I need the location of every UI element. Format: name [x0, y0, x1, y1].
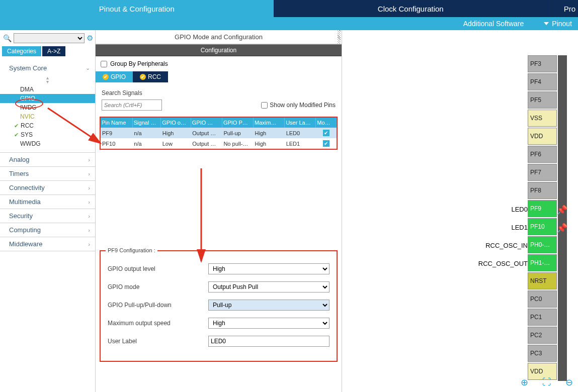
signals-table: Pin Name Signal … GPIO o… GPIO … GPIO P……	[100, 117, 338, 150]
pin-left-label	[462, 272, 528, 290]
subbar: Additional Software Pinout	[0, 17, 578, 30]
group-connectivity[interactable]: Connectivity›	[0, 181, 95, 194]
col-pinname[interactable]: Pin Name	[101, 118, 132, 128]
pin-left-label: LED0	[462, 200, 528, 218]
ptab-gpio[interactable]: ✔GPIO	[96, 71, 133, 82]
sidebar: 🔍 ⚙ Categories A->Z System Core ⌄ ▴▾ DMA…	[0, 30, 96, 392]
pin-pf9[interactable]: PF9📌	[528, 200, 557, 217]
tree-item-dma[interactable]: DMA	[0, 85, 95, 94]
pin-pf3[interactable]: PF3	[528, 55, 557, 72]
col-signal[interactable]: Signal …	[132, 118, 160, 128]
pin-ph1[interactable]: PH1-…	[528, 254, 557, 271]
pin-ph0[interactable]: PH0-…	[528, 236, 557, 253]
chevron-right-icon: ›	[88, 199, 90, 205]
search-signals-input[interactable]	[102, 100, 162, 111]
pin-pc3[interactable]: PC3	[528, 345, 557, 362]
zoom-out-icon[interactable]: ⊖	[565, 377, 573, 388]
label-output-level: GPIO output level	[108, 265, 208, 272]
pin-pf8[interactable]: PF8	[528, 182, 557, 199]
select-speed[interactable]: High	[208, 318, 329, 329]
col-gpiomode[interactable]: GPIO …	[191, 118, 222, 128]
check-icon: ✔	[14, 132, 19, 138]
pin-pc0[interactable]: PC0	[528, 290, 557, 308]
group-computing[interactable]: Computing›	[0, 223, 95, 237]
group-security[interactable]: Security›	[0, 209, 95, 223]
pin-vdd[interactable]: VDD	[528, 128, 557, 145]
group-by-checkbox[interactable]	[101, 61, 107, 67]
pin-vss[interactable]: VSS	[528, 110, 557, 127]
pin-pc2[interactable]: PC2	[528, 327, 557, 344]
pin-left-label	[462, 182, 528, 200]
tab-project[interactable]: Pro	[548, 0, 578, 17]
pin-left-label	[462, 55, 528, 73]
pin-left-label: RCC_OSC_OUT	[462, 254, 528, 272]
pin-left-label	[462, 146, 528, 164]
pinout-view[interactable]: LED0LED1RCC_OSC_INRCC_OSC_OUT PF3PF4PF5V…	[342, 30, 578, 392]
pin-left-label	[462, 345, 528, 363]
pinout-label: Pinout	[552, 20, 572, 28]
pin-left-label: RCC_OSC_IN	[462, 236, 528, 254]
pinout-dropdown[interactable]: Pinout	[544, 20, 572, 28]
ptab-rcc[interactable]: ✔RCC	[133, 71, 168, 82]
pin-left-label	[462, 164, 528, 182]
input-user-label[interactable]	[208, 336, 329, 347]
status-dot-icon: ✔	[103, 74, 109, 80]
pin-nrst[interactable]: NRST	[528, 272, 557, 289]
pin-pc1[interactable]: PC1	[528, 309, 557, 326]
select-gpio-mode[interactable]: Output Push Pull	[208, 281, 329, 292]
pushpin-icon: 📌	[556, 205, 567, 216]
configuration-header: Configuration	[96, 44, 342, 56]
group-system-core[interactable]: System Core ⌄	[0, 61, 95, 75]
pf9-legend: PF9 Configuration :	[106, 247, 157, 253]
tree-item-iwdg[interactable]: IWDG	[0, 103, 95, 112]
select-output-level[interactable]: High	[208, 263, 329, 274]
chevron-right-icon: ›	[88, 171, 90, 177]
tab-pinout[interactable]: Pinout & Configuration	[0, 0, 274, 17]
col-gpiopull[interactable]: GPIO P…	[222, 118, 253, 128]
chevron-right-icon: ›	[88, 185, 90, 191]
table-row[interactable]: PF9 n/a High Output … Pull-up High LED0 …	[101, 128, 337, 138]
tree-item-rcc[interactable]: ✔RCC	[0, 121, 95, 130]
tree-item-wwdg[interactable]: WWDG	[0, 139, 95, 148]
pin-pf7[interactable]: PF7	[528, 164, 557, 181]
pin-pf5[interactable]: PF5	[528, 91, 557, 109]
tab-az[interactable]: A->Z	[42, 46, 65, 56]
check-icon: ✔	[14, 123, 19, 129]
show-modified-checkbox[interactable]	[261, 102, 268, 109]
tree-item-gpio[interactable]: GPIO	[0, 94, 95, 103]
chevron-right-icon: ›	[88, 213, 90, 219]
tree-item-sys[interactable]: ✔SYS	[0, 130, 95, 139]
zoom-in-icon[interactable]: ⊕	[521, 377, 528, 388]
group-timers[interactable]: Timers›	[0, 167, 95, 180]
tree-item-nvic[interactable]: NVIC	[0, 112, 95, 121]
pf9-configuration: PF9 Configuration : GPIO output level Hi…	[100, 250, 338, 362]
pushpin-icon: 📌	[556, 223, 567, 234]
gear-icon[interactable]: ⚙	[87, 34, 93, 43]
col-gpioout[interactable]: GPIO o…	[161, 118, 191, 128]
group-label: System Core	[9, 64, 47, 72]
search-signals-label: Search Signals	[102, 89, 336, 96]
sidebar-search-select[interactable]	[14, 33, 85, 43]
sort-icon[interactable]: ▴▾	[0, 75, 95, 85]
chevron-right-icon: ›	[88, 227, 90, 233]
group-analog[interactable]: Analog›	[0, 153, 95, 166]
group-multimedia[interactable]: Multimedia›	[0, 195, 95, 209]
table-row[interactable]: PF10 n/a Low Output … No pull-… High LED…	[101, 138, 337, 149]
pin-pf4[interactable]: PF4	[528, 73, 557, 90]
col-maxspeed[interactable]: Maxim…	[254, 118, 285, 128]
pin-pf6[interactable]: PF6	[528, 146, 557, 163]
label-pull: GPIO Pull-up/Pull-down	[108, 302, 208, 309]
label-speed: Maximum output speed	[108, 320, 208, 327]
pins-column: PF3PF4PF5VSSVDDPF6PF7PF8PF9📌PF10📌PH0-…PH…	[528, 55, 557, 381]
col-userlabel[interactable]: User La…	[285, 118, 316, 128]
pin-pf10[interactable]: PF10📌	[528, 218, 557, 235]
additional-software-link[interactable]: Additional Software	[463, 20, 524, 28]
zoom-controls: ⊕ ⛶ ⊖	[521, 377, 573, 388]
col-modified[interactable]: Mo…	[316, 118, 337, 128]
group-middleware[interactable]: Middleware›	[0, 237, 95, 251]
fullscreen-icon[interactable]: ⛶	[542, 377, 551, 388]
tab-categories[interactable]: Categories	[2, 46, 41, 56]
tab-clock[interactable]: Clock Configuration	[274, 0, 548, 17]
select-pull[interactable]: Pull-up	[208, 300, 329, 311]
resize-handle[interactable]	[338, 30, 341, 44]
